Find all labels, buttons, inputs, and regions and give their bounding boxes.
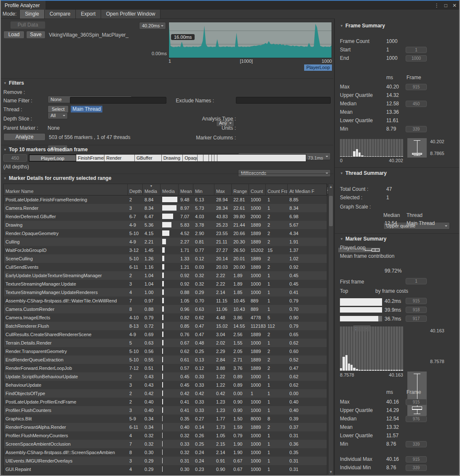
frame-link-button[interactable]: 917 [406,316,427,322]
table-row[interactable]: CullResults.CreateSharedRendererScene4-9… [4,330,327,339]
column-header-2[interactable]: Media▼ [143,184,160,195]
close-icon[interactable]: ✕ [452,3,457,8]
frame-link-button[interactable]: 915 [406,399,427,405]
table-row[interactable]: Graphics.Blit5-90.340.350.271.771.508000… [4,414,327,423]
table-row[interactable]: Drawing4-95.365.833.7825.2321.44188925.6… [4,221,327,229]
top10-segment[interactable]: FinishFrameR [76,155,105,161]
scrollbar-thumb[interactable] [329,196,333,226]
kebab-menu-icon[interactable]: ⋮ [434,3,439,8]
marker-details-header[interactable]: ▼ Marker Details for currently selected … [3,175,111,181]
column-header-3[interactable]: Media [160,184,179,195]
tab-open-profiler-window[interactable]: Open Profiler Window [101,10,161,19]
table-row[interactable]: Render.OpaqueGeometry5-104.154.522.9023.… [4,229,327,238]
top10-segment[interactable] [198,155,203,161]
units-dropdown[interactable]: Milliseconds [238,169,331,177]
cell: 1.77 [214,414,232,423]
table-row[interactable]: Render.TransparentGeometry5-100.560.620.… [4,347,327,356]
thread-summary-header[interactable]: ▼ Thread Summary [340,170,387,176]
tab-single[interactable]: Single [19,10,44,19]
table-row[interactable]: UIEvents.IMGUIRenderOverlays30.290.310.2… [4,457,327,465]
frame-link-button[interactable]: 918 [406,307,427,313]
table-row[interactable]: ScreenSpaceAmbientOcclusion70.320.330.25… [4,440,327,448]
save-button[interactable]: Save [26,31,45,39]
column-header-4[interactable]: Mean [179,184,193,195]
table-row[interactable]: CullSendEvents6-111.161.210.0320.0320.00… [4,263,327,271]
table-row[interactable]: FindObjectsOfType20.420.420.420.420.0011… [4,389,327,398]
frame-link-button[interactable]: 1 [406,47,427,53]
table-row[interactable]: TextureStreamingManager.Update31.040.920… [4,280,327,288]
table-row[interactable]: WaitForJobGroupID3-121.451.710.7727.2726… [4,246,327,254]
top10-segment[interactable]: Opaqu [183,155,198,161]
column-header-7[interactable]: Range [232,184,249,195]
column-header-9[interactable]: Count Fra [266,184,288,195]
frame-link-button[interactable]: 915 [406,84,427,90]
table-row[interactable]: EndRenderQueueExtraction5-100.550.610.13… [4,356,327,364]
scroll-up-icon[interactable]: ▲ [329,185,333,189]
load-button[interactable]: Load [3,31,24,39]
table-row[interactable]: SceneCulling5-101.261.330.1220.1420.0118… [4,254,327,263]
name-filter-input[interactable] [70,97,166,104]
column-header-0[interactable]: Marker Name [4,184,128,195]
table-row[interactable]: EarlyUpdate.UpdateTextureStreamingManage… [4,271,327,280]
table-row[interactable]: RenderForward.RenderLoopJob7-120.510.570… [4,364,327,372]
table-row[interactable]: Profiler.FlushCounters30.400.410.331.230… [4,406,327,414]
frame-link-button[interactable]: 1000 [406,55,427,62]
top10-segment[interactable] [217,155,306,161]
frame-time-graph[interactable]: 16.00ms [168,22,332,58]
frame-link-button[interactable]: 339 [406,441,427,447]
top10-segment[interactable]: PlayerLoop [29,155,76,161]
table-row[interactable]: Camera.ImageEffects4-100.790.820.624.483… [4,313,327,322]
column-header-5[interactable]: Min [193,184,214,195]
tab-compare[interactable]: Compare [44,10,76,19]
frame-link-button[interactable]: 915 [406,298,427,304]
column-header-8[interactable]: Count [249,184,266,195]
top10-segment[interactable]: Drawing [162,155,183,161]
table-row[interactable]: Camera.CustomRender80.880.960.6311.0610.… [4,305,327,313]
analyze-button[interactable]: Analyze [3,133,45,141]
top10-segment[interactable] [209,155,212,161]
table-row[interactable]: TextureStreamingManager.UpdateRenderers4… [4,288,327,297]
pull-data-button[interactable]: Pull Data [10,21,45,29]
exclude-names-input[interactable] [236,97,331,104]
top10-segment[interactable] [203,155,209,161]
table-row[interactable]: PostLateUpdate.ProfilerEndFrame20.400.41… [4,398,327,406]
column-header-10[interactable]: At Median F [288,184,327,195]
marker-summary-header[interactable]: ▼ Marker Summary [340,236,386,242]
table-row[interactable]: Culling4-92.212.270.8121.1120.30188921.9… [4,238,327,246]
table-row[interactable]: PostLateUpdate.FinishFrameRendering28.84… [4,195,327,204]
cell: 0.12 [193,364,214,372]
thread-select-button[interactable]: Select [48,105,69,113]
column-header-1[interactable]: Depth [128,184,143,195]
window-tab-profile-analyzer[interactable]: Profile Analyzer [1,1,45,10]
table-row[interactable]: Assembly-CSharp-firstpass.dll!::ScreenSp… [4,448,327,457]
top10-frame-button[interactable]: 450 [3,154,27,162]
top10-segment[interactable]: Render [104,155,135,161]
filters-header[interactable]: ▼ Filters [3,80,24,86]
table-row[interactable]: Terrain.Details.Render50.630.670.482.021… [4,339,327,347]
scroll-down-icon[interactable]: ▼ [329,470,333,474]
table-row[interactable]: GUI.Repaint40.290.300.230.900.67100010.3… [4,465,327,473]
table-row[interactable]: RenderDeferred.GBuffer6-76.477.074.0343.… [4,212,327,221]
table-row[interactable]: Camera.Render38.348.975.7328.3422.611000… [4,204,327,212]
maximize-icon[interactable]: □ [444,3,447,8]
table-row[interactable]: Profiler.FlushMemoryCounters40.320.320.2… [4,431,327,440]
first-frame-button[interactable]: 1 [406,278,427,284]
frame-link-button[interactable]: 339 [406,465,427,471]
tab-export[interactable]: Export [75,10,101,19]
frame-link-button[interactable]: 339 [406,126,427,132]
frame-summary-header[interactable]: ▼ Frame Summary [340,23,385,29]
frame-link-button[interactable]: 976 [406,416,427,422]
table-scrollbar[interactable]: ▲ ▼ [328,184,334,475]
table-row[interactable]: RenderForwardAlpha.Render6-110.340.400.1… [4,423,327,431]
top10-header[interactable]: ▼ Top 10 markers on median frame [3,147,88,152]
frame-link-button[interactable]: 450 [406,101,427,107]
graph-range-dropdown[interactable]: 40.20ms [139,22,166,29]
frame-link-button[interactable]: 915 [406,456,427,463]
table-row[interactable]: Update.ScriptRunBehaviourUpdate20.430.45… [4,372,327,381]
table-row[interactable]: BatchRenderer.Flush8-130.720.850.4715.02… [4,322,327,330]
top10-segment[interactable] [214,155,217,161]
top10-segment[interactable]: GBuffer [135,155,162,161]
table-row[interactable]: BehaviourUpdate30.430.450.331.220.891000… [4,381,327,389]
table-row[interactable]: Assembly-CSharp-firstpass.dll!::WaterTil… [4,297,327,305]
column-header-6[interactable]: Max [214,184,232,195]
